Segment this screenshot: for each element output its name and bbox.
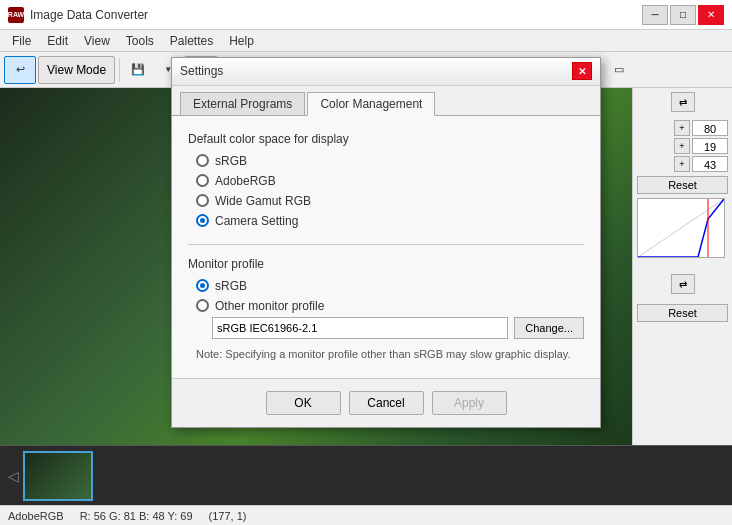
- settings-dialog: Settings ✕ External Programs Color Manag…: [171, 57, 601, 428]
- radio-widegamut-label: Wide Gamut RGB: [215, 194, 311, 208]
- menu-edit[interactable]: Edit: [39, 32, 76, 50]
- radio-camera-dot: [200, 218, 205, 223]
- apply-button[interactable]: Apply: [432, 391, 507, 415]
- view-mode-label: View Mode: [47, 63, 106, 77]
- panel-icons-2: ⇄: [637, 274, 728, 294]
- dialog-title-bar: Settings ✕: [172, 58, 600, 86]
- dialog-close-button[interactable]: ✕: [572, 62, 592, 80]
- panel-icon-1[interactable]: ⇄: [671, 92, 695, 112]
- monitor-note: Note: Specifying a monitor profile other…: [188, 339, 584, 362]
- color-space-radio-group: sRGB AdobeRGB Wide Gamut RGB Ca: [188, 154, 584, 228]
- menu-help[interactable]: Help: [221, 32, 262, 50]
- title-bar-left: RAW Image Data Converter: [8, 7, 148, 23]
- menu-palettes[interactable]: Palettes: [162, 32, 221, 50]
- color-space-label: AdobeRGB: [8, 510, 64, 522]
- radio-mon-srgb-label: sRGB: [215, 279, 247, 293]
- curve-chart: [637, 198, 725, 258]
- bottom-strip: ◁: [0, 445, 732, 505]
- save-icon: 💾: [131, 63, 145, 76]
- status-bar: AdobeRGB R: 56 G: 81 B: 48 Y: 69 (177, 1…: [0, 505, 732, 525]
- spin-up-3[interactable]: +: [674, 156, 690, 172]
- menu-tools[interactable]: Tools: [118, 32, 162, 50]
- radio-srgb[interactable]: sRGB: [196, 154, 584, 168]
- radio-camera-input[interactable]: [196, 214, 209, 227]
- adjustments-section: + 80 + 19 + 43 Reset: [637, 120, 728, 194]
- app-title: Image Data Converter: [30, 8, 148, 22]
- monitor-profile-input[interactable]: [212, 317, 508, 339]
- radio-adobergb-input[interactable]: [196, 174, 209, 187]
- app-icon: RAW: [8, 7, 24, 23]
- svg-line-0: [638, 199, 724, 257]
- dialog-title: Settings: [180, 64, 223, 78]
- crop-button[interactable]: ▭: [605, 56, 633, 84]
- radio-srgb-input[interactable]: [196, 154, 209, 167]
- spin-value-3: 43: [692, 156, 728, 172]
- monitor-section: Monitor profile sRGB Other monitor profi…: [188, 244, 584, 362]
- radio-other-profile[interactable]: Other monitor profile: [196, 299, 584, 313]
- dialog-buttons: OK Cancel Apply: [172, 378, 600, 427]
- app-window: RAW Image Data Converter ─ □ ✕ File Edit…: [0, 0, 732, 525]
- spin-value-1: 80: [692, 120, 728, 136]
- radio-other-input[interactable]: [196, 299, 209, 312]
- toolbar-sep-1: [119, 58, 120, 82]
- title-bar-controls: ─ □ ✕: [642, 5, 724, 25]
- panel-icons: ⇄: [637, 92, 728, 112]
- radio-camera[interactable]: Camera Setting: [196, 214, 584, 228]
- crop-icon: ▭: [614, 63, 624, 76]
- minimize-button[interactable]: ─: [642, 5, 668, 25]
- radio-adobergb-label: AdobeRGB: [215, 174, 276, 188]
- filmstrip-prev[interactable]: ◁: [8, 468, 19, 484]
- radio-mon-srgb-input[interactable]: [196, 279, 209, 292]
- reset-button-1[interactable]: Reset: [637, 176, 728, 194]
- radio-adobergb[interactable]: AdobeRGB: [196, 174, 584, 188]
- radio-mon-srgb[interactable]: sRGB: [196, 279, 584, 293]
- monitor-radio-group: sRGB Other monitor profile: [188, 279, 584, 313]
- monitor-profile-row: Change...: [188, 317, 584, 339]
- panel-icon-2[interactable]: ⇄: [671, 274, 695, 294]
- spin-up-2[interactable]: +: [674, 138, 690, 154]
- ok-button[interactable]: OK: [266, 391, 341, 415]
- filmstrip-item-1[interactable]: [23, 451, 93, 501]
- filmstrip-area: ◁: [8, 451, 93, 501]
- undo-button[interactable]: ↩: [4, 56, 36, 84]
- save-button[interactable]: 💾: [124, 56, 152, 84]
- curve-svg: [638, 199, 724, 257]
- spacer: [637, 262, 728, 270]
- tab-color-management[interactable]: Color Management: [307, 92, 435, 116]
- menu-bar: File Edit View Tools Palettes Help: [0, 30, 732, 52]
- radio-srgb-label: sRGB: [215, 154, 247, 168]
- pixel-info: R: 56 G: 81 B: 48 Y: 69: [80, 510, 193, 522]
- reset-button-2[interactable]: Reset: [637, 304, 728, 322]
- menu-file[interactable]: File: [4, 32, 39, 50]
- radio-other-label: Other monitor profile: [215, 299, 324, 313]
- dialog-tabs: External Programs Color Management: [172, 86, 600, 116]
- menu-view[interactable]: View: [76, 32, 118, 50]
- radio-widegamut-input[interactable]: [196, 194, 209, 207]
- spin-row-1: + 80: [637, 120, 728, 136]
- spin-up-1[interactable]: +: [674, 120, 690, 136]
- spin-value-2: 19: [692, 138, 728, 154]
- radio-widegamut[interactable]: Wide Gamut RGB: [196, 194, 584, 208]
- cancel-button[interactable]: Cancel: [349, 391, 424, 415]
- maximize-button[interactable]: □: [670, 5, 696, 25]
- tab-external-programs[interactable]: External Programs: [180, 92, 305, 115]
- coords-info: (177, 1): [209, 510, 247, 522]
- radio-camera-label: Camera Setting: [215, 214, 298, 228]
- monitor-section-label: Monitor profile: [188, 257, 584, 271]
- view-mode-button[interactable]: View Mode: [38, 56, 115, 84]
- radio-mon-srgb-dot: [200, 283, 205, 288]
- title-bar: RAW Image Data Converter ─ □ ✕: [0, 0, 732, 30]
- window-close-button[interactable]: ✕: [698, 5, 724, 25]
- right-panel: ⇄ + 80 + 19 + 43 Reset: [632, 88, 732, 445]
- color-space-section-label: Default color space for display: [188, 132, 584, 146]
- spin-row-3: + 43: [637, 156, 728, 172]
- undo-icon: ↩: [16, 63, 25, 76]
- change-profile-button[interactable]: Change...: [514, 317, 584, 339]
- spin-row-2: + 19: [637, 138, 728, 154]
- dialog-content: Default color space for display sRGB Ado…: [172, 116, 600, 378]
